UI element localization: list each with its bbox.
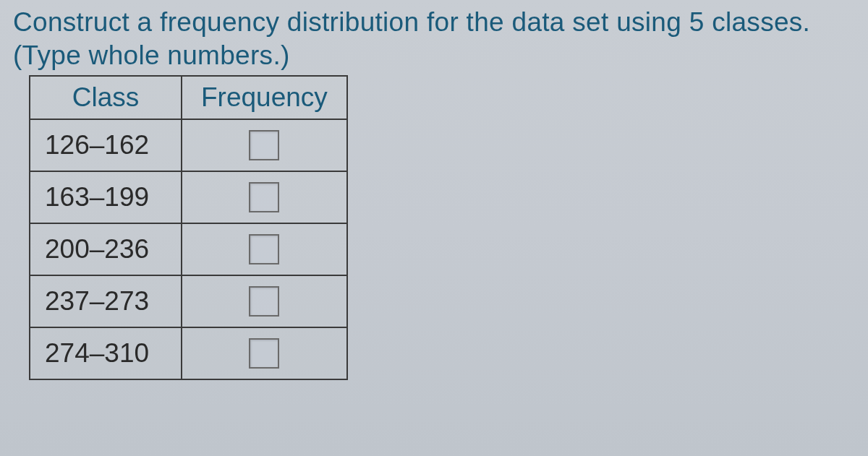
table-row: 237–273	[30, 275, 347, 327]
frequency-cell	[182, 119, 347, 171]
class-range-cell: 237–273	[30, 275, 182, 327]
frequency-input[interactable]	[249, 286, 279, 317]
frequency-input[interactable]	[249, 338, 279, 369]
class-range-cell: 200–236	[30, 223, 182, 275]
table-row: 126–162	[30, 119, 347, 171]
header-frequency: Frequency	[182, 76, 347, 119]
class-range-cell: 126–162	[30, 119, 182, 171]
header-class: Class	[30, 76, 182, 119]
frequency-input[interactable]	[249, 234, 279, 264]
frequency-input[interactable]	[249, 182, 279, 212]
frequency-table: Class Frequency 126–162 163–199 200–236 …	[29, 75, 348, 380]
table-row: 200–236	[30, 223, 347, 275]
table-row: 274–310	[30, 327, 347, 379]
frequency-cell	[182, 275, 347, 327]
frequency-input[interactable]	[249, 130, 279, 160]
frequency-cell	[182, 171, 347, 223]
frequency-cell	[182, 223, 347, 275]
table-row: 163–199	[30, 171, 347, 223]
frequency-cell	[182, 327, 347, 379]
class-range-cell: 274–310	[30, 327, 182, 379]
class-range-cell: 163–199	[30, 171, 182, 223]
instruction-text: Construct a frequency distribution for t…	[13, 7, 855, 38]
hint-text: (Type whole numbers.)	[13, 40, 855, 71]
